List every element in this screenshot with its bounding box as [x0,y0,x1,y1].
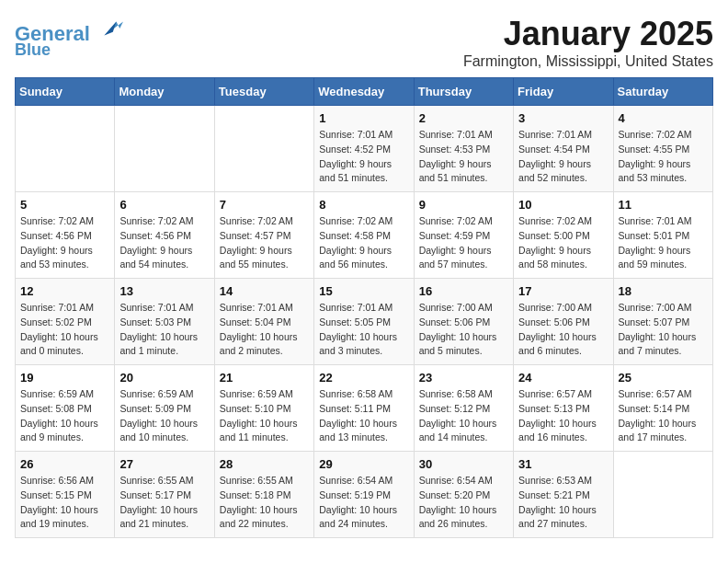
calendar-cell: 12Sunrise: 7:01 AM Sunset: 5:02 PM Dayli… [16,279,115,365]
day-info: Sunrise: 7:02 AM Sunset: 4:58 PM Dayligh… [319,214,408,272]
calendar-cell: 26Sunrise: 6:56 AM Sunset: 5:15 PM Dayli… [16,452,115,538]
calendar-cell: 1Sunrise: 7:01 AM Sunset: 4:52 PM Daylig… [314,106,414,192]
day-info: Sunrise: 6:58 AM Sunset: 5:12 PM Dayligh… [419,387,508,445]
calendar-week-row: 19Sunrise: 6:59 AM Sunset: 5:08 PM Dayli… [16,365,713,452]
day-number: 18 [619,284,708,298]
calendar-cell [115,106,214,192]
month-year: January 2025 [463,15,713,53]
logo: General Blue [15,15,123,60]
calendar-cell: 11Sunrise: 7:01 AM Sunset: 5:01 PM Dayli… [613,192,712,279]
day-info: Sunrise: 6:55 AM Sunset: 5:18 PM Dayligh… [220,474,309,532]
day-number: 7 [220,198,309,212]
weekday-header-sunday: Sunday [16,78,115,106]
day-info: Sunrise: 6:54 AM Sunset: 5:20 PM Dayligh… [419,474,508,532]
day-number: 23 [419,371,508,385]
day-number: 9 [419,198,508,212]
day-info: Sunrise: 6:55 AM Sunset: 5:17 PM Dayligh… [119,474,209,532]
day-info: Sunrise: 7:02 AM Sunset: 4:57 PM Dayligh… [220,214,309,272]
weekday-header-tuesday: Tuesday [214,78,313,106]
day-number: 19 [20,371,109,385]
day-number: 22 [319,371,408,385]
weekday-header-thursday: Thursday [414,78,513,106]
calendar-cell: 3Sunrise: 7:01 AM Sunset: 4:54 PM Daylig… [514,106,613,192]
calendar-week-row: 26Sunrise: 6:56 AM Sunset: 5:15 PM Dayli… [16,452,713,538]
calendar-week-row: 5Sunrise: 7:02 AM Sunset: 4:56 PM Daylig… [16,192,713,279]
day-info: Sunrise: 6:56 AM Sunset: 5:15 PM Dayligh… [20,474,109,532]
calendar-cell: 22Sunrise: 6:58 AM Sunset: 5:11 PM Dayli… [314,365,414,452]
calendar-cell: 21Sunrise: 6:59 AM Sunset: 5:10 PM Dayli… [214,365,313,452]
calendar-cell: 25Sunrise: 6:57 AM Sunset: 5:14 PM Dayli… [613,365,712,452]
day-number: 24 [518,371,608,385]
page-header: General Blue January 2025 Farmington, Mi… [15,15,713,70]
day-number: 4 [619,111,708,125]
day-number: 20 [119,371,209,385]
svg-marker-1 [105,21,117,35]
day-number: 3 [518,111,608,125]
day-number: 16 [419,284,508,298]
day-info: Sunrise: 7:01 AM Sunset: 5:01 PM Dayligh… [619,214,708,272]
day-number: 31 [518,457,608,471]
day-info: Sunrise: 7:01 AM Sunset: 5:04 PM Dayligh… [220,301,309,359]
day-info: Sunrise: 6:53 AM Sunset: 5:21 PM Dayligh… [518,474,608,532]
day-info: Sunrise: 7:02 AM Sunset: 4:56 PM Dayligh… [119,214,209,272]
calendar-cell: 4Sunrise: 7:02 AM Sunset: 4:55 PM Daylig… [613,106,712,192]
calendar-week-row: 12Sunrise: 7:01 AM Sunset: 5:02 PM Dayli… [16,279,713,365]
day-info: Sunrise: 7:01 AM Sunset: 4:53 PM Dayligh… [419,128,508,186]
day-number: 13 [119,284,209,298]
day-info: Sunrise: 7:02 AM Sunset: 4:56 PM Dayligh… [20,214,109,272]
calendar-cell [16,106,115,192]
day-number: 21 [220,371,309,385]
day-info: Sunrise: 7:02 AM Sunset: 4:59 PM Dayligh… [419,214,508,272]
day-number: 17 [518,284,608,298]
weekday-header-wednesday: Wednesday [314,78,414,106]
day-number: 5 [20,198,109,212]
calendar-cell: 17Sunrise: 7:00 AM Sunset: 5:06 PM Dayli… [514,279,613,365]
calendar-cell: 7Sunrise: 7:02 AM Sunset: 4:57 PM Daylig… [214,192,313,279]
calendar-cell: 6Sunrise: 7:02 AM Sunset: 4:56 PM Daylig… [115,192,214,279]
logo-icon [97,15,123,40]
calendar-cell: 30Sunrise: 6:54 AM Sunset: 5:20 PM Dayli… [414,452,513,538]
day-info: Sunrise: 6:59 AM Sunset: 5:09 PM Dayligh… [119,387,209,445]
weekday-header-friday: Friday [514,78,613,106]
day-info: Sunrise: 6:58 AM Sunset: 5:11 PM Dayligh… [319,387,408,445]
calendar-cell: 24Sunrise: 6:57 AM Sunset: 5:13 PM Dayli… [514,365,613,452]
calendar-cell: 9Sunrise: 7:02 AM Sunset: 4:59 PM Daylig… [414,192,513,279]
day-info: Sunrise: 7:01 AM Sunset: 5:05 PM Dayligh… [319,301,408,359]
calendar-cell: 5Sunrise: 7:02 AM Sunset: 4:56 PM Daylig… [16,192,115,279]
day-number: 12 [20,284,109,298]
calendar-cell: 13Sunrise: 7:01 AM Sunset: 5:03 PM Dayli… [115,279,214,365]
day-info: Sunrise: 7:00 AM Sunset: 5:06 PM Dayligh… [518,301,608,359]
calendar-cell: 14Sunrise: 7:01 AM Sunset: 5:04 PM Dayli… [214,279,313,365]
day-info: Sunrise: 6:59 AM Sunset: 5:08 PM Dayligh… [20,387,109,445]
day-info: Sunrise: 7:01 AM Sunset: 4:54 PM Dayligh… [518,128,608,186]
day-info: Sunrise: 6:54 AM Sunset: 5:19 PM Dayligh… [319,474,408,532]
day-number: 26 [20,457,109,471]
day-number: 2 [419,111,508,125]
day-number: 30 [419,457,508,471]
calendar-cell: 31Sunrise: 6:53 AM Sunset: 5:21 PM Dayli… [514,452,613,538]
day-number: 28 [220,457,309,471]
day-info: Sunrise: 7:01 AM Sunset: 5:02 PM Dayligh… [20,301,109,359]
weekday-header-saturday: Saturday [613,78,712,106]
day-info: Sunrise: 6:57 AM Sunset: 5:13 PM Dayligh… [518,387,608,445]
calendar-cell: 16Sunrise: 7:00 AM Sunset: 5:06 PM Dayli… [414,279,513,365]
day-number: 10 [518,198,608,212]
day-number: 15 [319,284,408,298]
day-number: 8 [319,198,408,212]
calendar-cell [613,452,712,538]
day-info: Sunrise: 6:59 AM Sunset: 5:10 PM Dayligh… [220,387,309,445]
location: Farmington, Mississippi, United States [463,53,713,70]
calendar-week-row: 1Sunrise: 7:01 AM Sunset: 4:52 PM Daylig… [16,106,713,192]
title-block: January 2025 Farmington, Mississippi, Un… [463,15,713,70]
day-number: 1 [319,111,408,125]
day-info: Sunrise: 7:01 AM Sunset: 5:03 PM Dayligh… [119,301,209,359]
calendar-cell: 2Sunrise: 7:01 AM Sunset: 4:53 PM Daylig… [414,106,513,192]
weekday-header-monday: Monday [115,78,214,106]
day-number: 14 [220,284,309,298]
calendar-cell: 29Sunrise: 6:54 AM Sunset: 5:19 PM Dayli… [314,452,414,538]
day-number: 11 [619,198,708,212]
day-info: Sunrise: 7:00 AM Sunset: 5:06 PM Dayligh… [419,301,508,359]
day-info: Sunrise: 6:57 AM Sunset: 5:14 PM Dayligh… [619,387,708,445]
calendar-cell: 18Sunrise: 7:00 AM Sunset: 5:07 PM Dayli… [613,279,712,365]
calendar-cell: 10Sunrise: 7:02 AM Sunset: 5:00 PM Dayli… [514,192,613,279]
